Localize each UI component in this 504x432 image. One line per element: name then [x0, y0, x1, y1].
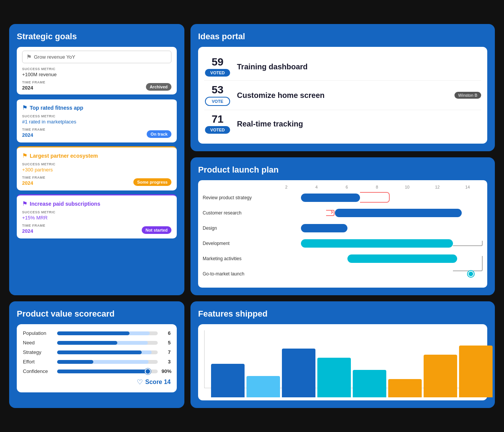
score-value-strategy: 7 — [162, 349, 171, 355]
gantt-label-3: Development — [203, 241, 271, 246]
gantt-row-2: Design — [203, 222, 483, 234]
goal-title-grow: Grow revenue YoY — [34, 54, 75, 60]
score-row-population: Population 6 — [23, 330, 171, 336]
score-track-population[interactable] — [57, 331, 158, 335]
status-badge-0[interactable]: Archived — [146, 83, 171, 91]
score-track-need[interactable] — [57, 341, 158, 345]
bar-1 — [246, 376, 280, 397]
launch-plan-title: Product launch plan — [198, 165, 487, 175]
score-row-effort: Effort 3 — [23, 359, 171, 365]
flag-icon-1: ⚑ — [22, 104, 27, 111]
goal-subscriptions: ⚑ Increase paid subscriptions SUCCESS ME… — [17, 194, 177, 238]
metric-value-1: #1 rated in marketplaces — [22, 119, 171, 125]
voted-button-0[interactable]: VOTED — [205, 69, 230, 77]
bar-2 — [282, 349, 315, 397]
score-track-confidence[interactable] — [57, 370, 158, 373]
bar-7 — [459, 346, 493, 397]
score-track-strategy[interactable] — [57, 350, 158, 354]
status-badge-1[interactable]: On track — [147, 130, 171, 138]
metric-label-2: SUCCESS METRIC — [22, 162, 171, 166]
score-row-confidence: Confidence 90% — [23, 368, 171, 374]
idea-item-1: 53 VOTE Customize home screen Winston B — [204, 81, 481, 110]
chart-bars — [207, 336, 496, 397]
goal-title-subs: Increase paid subscriptions — [30, 201, 100, 207]
gantt-track-2 — [271, 224, 483, 232]
gantt-row-4: Marketing activities — [203, 253, 483, 265]
score-label-confidence: Confidence — [23, 368, 53, 374]
features-chart-container — [198, 324, 487, 400]
gantt-col-4: 4 — [301, 185, 331, 189]
scorecard-inner: Population 6 Need 5 Strategy — [17, 324, 177, 392]
bar-0 — [211, 364, 245, 397]
vote-button-1[interactable]: VOTE — [205, 97, 230, 106]
timeframe-value-0: 2024 — [22, 85, 45, 91]
strategic-goals-panel: Strategic goals ⚑ Grow revenue YoY SUCCE… — [9, 24, 184, 295]
bar-5 — [388, 379, 422, 397]
score-value-need: 5 — [162, 340, 171, 346]
metric-label-3: SUCCESS METRIC — [22, 210, 171, 214]
score-label-strategy: Strategy — [23, 349, 53, 355]
main-layout: Strategic goals ⚑ Grow revenue YoY SUCCE… — [0, 15, 504, 417]
timeframe-label-3: TIME FRAME — [22, 224, 45, 227]
timeframe-value-2: 2024 — [22, 180, 45, 186]
idea-item-0: 59 VOTED Training dashboard — [204, 53, 481, 81]
goal-title-partner: Largest partner ecosystem — [30, 153, 98, 159]
scorecard-title: Product value scorecard — [17, 309, 177, 319]
metric-label-1: SUCCESS METRIC — [22, 114, 171, 118]
status-badge-3[interactable]: Not started — [142, 226, 171, 234]
score-label-need: Need — [23, 340, 53, 346]
gantt-col-6: 6 — [332, 185, 362, 189]
score-label-population: Population — [23, 330, 53, 336]
gantt-label-4: Marketing activities — [203, 256, 271, 261]
score-value-confidence: 90% — [162, 368, 171, 374]
timeframe-value-3: 2024 — [22, 228, 45, 234]
gantt-row-1: Customer research — [203, 207, 483, 219]
gantt-row-3: Development — [203, 237, 483, 250]
idea-title-1: Customize home screen — [237, 91, 325, 100]
flag-icon-3: ⚑ — [22, 200, 27, 207]
score-total-label: Score 14 — [145, 379, 171, 386]
gantt-col-14: 14 — [453, 185, 483, 189]
goal-title-fitness: Top rated fitness app — [30, 105, 83, 111]
status-badge-2[interactable]: Some progress — [133, 178, 171, 186]
features-shipped-title: Features shipped — [198, 309, 487, 319]
score-track-effort[interactable] — [57, 360, 158, 364]
gantt-col-2: 2 — [271, 185, 301, 189]
metric-value-0: +100M revenue — [22, 72, 171, 77]
voted-button-2[interactable]: VOTED — [205, 126, 230, 134]
score-value-effort: 3 — [162, 359, 171, 365]
score-row-need: Need 5 — [23, 340, 171, 346]
goal-fitness: ⚑ Top rated fitness app SUCCESS METRIC #… — [17, 98, 177, 142]
gantt-row-0: Review product strategy — [203, 192, 483, 204]
score-value-population: 6 — [162, 330, 171, 336]
timeframe-value-1: 2024 — [22, 132, 45, 138]
chart-y-axis — [204, 330, 205, 388]
ideas-portal-title: Ideas portal — [198, 32, 487, 42]
bar-4 — [353, 370, 386, 397]
gantt-chart: 2 4 6 8 10 12 14 Review product strategy… — [198, 180, 487, 288]
flag-icon: ⚑ — [26, 53, 32, 61]
goal-partner: ⚑ Largest partner ecosystem SUCCESS METR… — [17, 146, 177, 190]
vote-section-2: 71 VOTED — [204, 114, 231, 134]
gantt-label-2: Design — [203, 226, 271, 231]
gantt-track-0 — [271, 194, 483, 202]
gantt-track-5 — [271, 270, 483, 278]
vote-section-0: 59 VOTED — [204, 57, 231, 77]
score-row-strategy: Strategy 7 — [23, 349, 171, 355]
heart-icon: ♡ — [137, 378, 143, 386]
ideas-portal-panel: Ideas portal 59 VOTED Training dashboard… — [190, 24, 495, 151]
strategic-goals-title: Strategic goals — [17, 32, 177, 42]
gantt-row-5: Go-to-market launch — [203, 268, 483, 280]
timeframe-label-2: TIME FRAME — [22, 176, 45, 179]
goal-grow-revenue: ⚑ Grow revenue YoY SUCCESS METRIC +100M … — [17, 47, 177, 94]
vote-count-0: 59 — [211, 57, 223, 67]
idea-title-2: Real-time tracking — [237, 120, 303, 128]
gantt-header: 2 4 6 8 10 12 14 — [271, 185, 483, 189]
gantt-label-5: Go-to-market launch — [203, 271, 271, 277]
winston-badge: Winston B — [454, 92, 481, 99]
gantt-col-10: 10 — [392, 185, 422, 189]
timeframe-label-1: TIME FRAME — [22, 128, 45, 131]
timeframe-label-0: TIME FRAME — [22, 80, 45, 84]
bar-3 — [317, 358, 351, 397]
ideas-list: 59 VOTED Training dashboard 53 VOTE Cust… — [198, 47, 487, 144]
